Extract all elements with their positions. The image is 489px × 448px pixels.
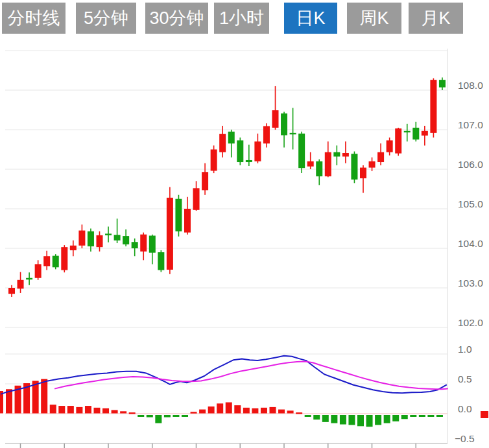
- candle-body: [132, 242, 138, 248]
- macd-histogram-bar: [41, 379, 47, 414]
- candle-body: [175, 199, 182, 231]
- candle-body: [298, 134, 305, 168]
- dea-line: [55, 362, 447, 390]
- candle-body: [281, 113, 287, 136]
- macd-histogram-bar: [322, 415, 329, 422]
- candle: [298, 132, 305, 173]
- candle-body: [18, 280, 24, 289]
- kline-app: 分时线5分钟30分钟1小时日K周K月K 108.0107.0106.0105.0…: [0, 0, 489, 448]
- candle-body: [167, 198, 173, 270]
- macd-histogram-bar: [401, 415, 408, 419]
- candle-body: [360, 168, 366, 178]
- candle-body: [377, 152, 384, 162]
- candle: [211, 145, 217, 173]
- indicator-tick-label: 0.5: [458, 373, 472, 384]
- candle-body: [395, 128, 401, 153]
- candle-body: [202, 172, 208, 190]
- macd-histogram-bar: [243, 408, 250, 414]
- candle-body: [439, 80, 446, 88]
- candle-body: [412, 128, 419, 139]
- candle: [149, 235, 156, 265]
- candle: [307, 152, 314, 169]
- macd-histogram-bar: [410, 415, 416, 417]
- price-tick-label: 108.0: [458, 80, 483, 91]
- macd-histogram-bar: [208, 407, 215, 414]
- interval-tabbar: 分时线5分钟30分钟1小时日K周K月K: [0, 0, 489, 38]
- candle-body: [8, 288, 15, 294]
- candle: [412, 122, 419, 142]
- macd-histogram-bar: [419, 415, 425, 417]
- candle: [290, 108, 296, 149]
- candle: [78, 224, 85, 248]
- candle-body: [211, 150, 217, 171]
- candle-body: [254, 141, 261, 161]
- macd-histogram-bar: [94, 408, 101, 414]
- tab-monthly[interactable]: 月K: [409, 3, 463, 34]
- candle-body: [26, 278, 32, 279]
- macd-histogram-bar: [76, 407, 82, 414]
- macd-histogram-bar: [182, 415, 188, 417]
- macd-histogram-bar: [296, 412, 302, 414]
- candle-body: [342, 153, 349, 156]
- candle-body: [263, 126, 270, 144]
- candle: [360, 165, 366, 193]
- tab-30min[interactable]: 30分钟: [145, 3, 208, 34]
- candle: [387, 137, 393, 155]
- macd-histogram-bar: [6, 389, 12, 413]
- macd-histogram-bar: [375, 415, 381, 425]
- candle: [219, 126, 226, 158]
- candle-body: [105, 233, 112, 235]
- candle-body: [228, 132, 235, 143]
- candle-body: [369, 161, 376, 168]
- candle: [439, 77, 446, 90]
- candle-body: [404, 131, 411, 132]
- macd-histogram-bar: [199, 410, 206, 414]
- macd-histogram-bar: [340, 415, 346, 425]
- candle-body: [35, 264, 42, 277]
- candle: [404, 124, 411, 141]
- candle: [132, 239, 138, 256]
- price-tick-label: 103.0: [458, 277, 483, 289]
- candle: [377, 143, 384, 165]
- candle-body: [53, 256, 59, 268]
- tab-5min[interactable]: 5分钟: [76, 3, 136, 34]
- macd-histogram-bar: [120, 411, 126, 413]
- candle: [105, 226, 112, 242]
- candle-body: [237, 140, 243, 162]
- indicator-tick-label: 1.0: [458, 344, 472, 355]
- price-tick-label: 102.0: [458, 317, 483, 328]
- tab-1hour[interactable]: 1小时: [214, 3, 269, 34]
- macd-current-marker: [481, 411, 488, 418]
- candle: [342, 141, 349, 163]
- candle: [61, 245, 67, 272]
- macd-histogram-bar: [278, 410, 285, 414]
- macd-histogram-bar: [234, 405, 241, 413]
- macd-histogram-bar: [331, 415, 337, 423]
- macd-histogram-bar: [155, 415, 161, 423]
- candle-body: [123, 236, 129, 244]
- candle: [35, 260, 42, 280]
- price-tick-label: 105.0: [458, 198, 483, 209]
- indicator-tick-label: −0.5: [455, 433, 475, 444]
- candle: [325, 141, 331, 177]
- macd-histogram-bar: [436, 415, 443, 417]
- price-tick-label: 106.0: [458, 159, 483, 170]
- candle: [18, 272, 24, 293]
- candle: [123, 230, 129, 246]
- macd-histogram-bar: [392, 415, 399, 421]
- dif-line: [1, 356, 446, 394]
- macd-histogram-bar: [252, 408, 258, 414]
- macd-histogram-bar: [357, 415, 364, 426]
- candle-body: [290, 133, 296, 134]
- candle-body: [43, 256, 50, 266]
- macd-histogram-bar: [67, 406, 74, 413]
- candle: [281, 112, 287, 148]
- tab-daily[interactable]: 日K: [284, 3, 337, 34]
- kline-chart[interactable]: 108.0107.0106.0105.0104.0103.0102.01.00.…: [0, 0, 489, 448]
- candle: [263, 123, 270, 147]
- macd-histogram-bar: [313, 415, 320, 419]
- candle-body: [333, 152, 340, 157]
- tab-weekly[interactable]: 周K: [347, 3, 401, 34]
- tab-timeline[interactable]: 分时线: [2, 3, 66, 34]
- candle: [395, 128, 401, 156]
